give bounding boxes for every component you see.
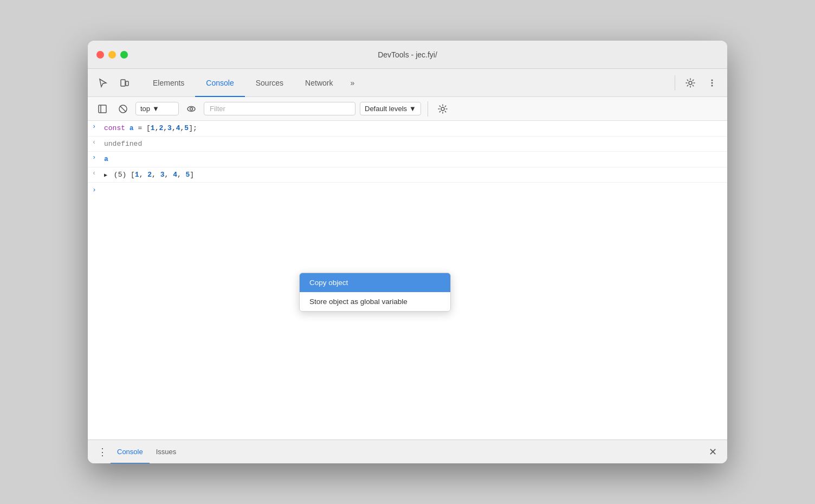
console-settings-button[interactable] bbox=[435, 101, 451, 117]
tab-bar: Elements Console Sources Network » bbox=[88, 69, 727, 97]
line-content-1: const a = [1,2,3,4,5]; bbox=[104, 123, 197, 134]
prompt-caret: › bbox=[92, 186, 96, 194]
line-content-3: a bbox=[104, 154, 108, 165]
eye-icon bbox=[186, 104, 196, 114]
line-arrow-1: › bbox=[92, 123, 100, 131]
tab-divider bbox=[675, 75, 675, 91]
device-toggle-button[interactable] bbox=[116, 74, 133, 92]
window-title: DevTools - jec.fyi/ bbox=[378, 50, 437, 59]
gear-icon bbox=[685, 78, 695, 88]
tab-network[interactable]: Network bbox=[294, 69, 344, 97]
dots-vertical-icon bbox=[707, 78, 717, 88]
line-arrow-2: ‹ bbox=[92, 139, 100, 146]
bottom-bar: ⋮ Console Issues ✕ bbox=[88, 440, 727, 463]
svg-point-4 bbox=[711, 82, 713, 83]
svg-rect-1 bbox=[126, 81, 128, 86]
line-content-2: undefined bbox=[104, 139, 142, 150]
svg-point-3 bbox=[711, 79, 713, 81]
eye-button[interactable] bbox=[183, 101, 199, 117]
svg-rect-6 bbox=[99, 105, 106, 113]
tab-elements[interactable]: Elements bbox=[142, 69, 195, 97]
close-button[interactable] bbox=[96, 51, 104, 59]
console-prompt: › bbox=[88, 183, 727, 197]
tab-console[interactable]: Console bbox=[195, 69, 244, 97]
clear-console-button[interactable] bbox=[115, 101, 131, 117]
more-options-button[interactable] bbox=[703, 74, 721, 92]
svg-point-12 bbox=[441, 107, 444, 111]
bottom-tab-console[interactable]: Console bbox=[111, 440, 150, 464]
svg-rect-0 bbox=[121, 80, 125, 86]
tab-icons bbox=[94, 74, 133, 92]
console-line-4: ‹ ▶ (5) [1, 2, 3, 4, 5] bbox=[88, 167, 727, 183]
context-menu-store-global[interactable]: Store object as global variable bbox=[300, 292, 450, 311]
line-arrow-3: › bbox=[92, 154, 100, 161]
block-icon bbox=[118, 104, 128, 114]
console-output: › const a = [1,2,3,4,5]; ‹ undefined › a… bbox=[88, 121, 727, 440]
inspect-element-button[interactable] bbox=[94, 74, 112, 92]
bottom-close-button[interactable]: ✕ bbox=[704, 444, 721, 460]
console-line-1: › const a = [1,2,3,4,5]; bbox=[88, 121, 727, 137]
toolbar-divider bbox=[428, 101, 428, 117]
line-content-4: ▶ (5) [1, 2, 3, 4, 5] bbox=[104, 170, 194, 180]
traffic-lights bbox=[96, 51, 128, 59]
bottom-tab-issues[interactable]: Issues bbox=[150, 440, 183, 464]
sidebar-icon bbox=[98, 104, 107, 114]
sidebar-toggle-button[interactable] bbox=[94, 101, 111, 117]
cursor-icon bbox=[98, 78, 108, 88]
filter-input[interactable]: Filter bbox=[204, 102, 355, 115]
svg-point-5 bbox=[711, 85, 713, 86]
log-levels-selector[interactable]: Default levels ▼ bbox=[360, 102, 421, 115]
minimize-button[interactable] bbox=[108, 51, 116, 59]
tab-more-button[interactable]: » bbox=[344, 69, 361, 97]
settings-gear-icon bbox=[438, 104, 448, 114]
settings-button[interactable] bbox=[682, 74, 699, 92]
console-line-3: › a bbox=[88, 152, 727, 167]
maximize-button[interactable] bbox=[120, 51, 128, 59]
console-toolbar: top ▼ Filter Default levels ▼ bbox=[88, 97, 727, 121]
svg-point-11 bbox=[190, 107, 193, 110]
devtools-window: DevTools - jec.fyi/ Elements Console Sou bbox=[88, 41, 727, 463]
tab-right-actions bbox=[672, 74, 721, 92]
device-icon bbox=[120, 78, 130, 88]
context-menu-copy-object[interactable]: Copy object bbox=[300, 273, 450, 292]
bottom-more-button[interactable]: ⋮ bbox=[94, 444, 111, 460]
svg-line-9 bbox=[120, 106, 126, 112]
context-menu: Copy object Store object as global varia… bbox=[299, 273, 451, 312]
tab-sources[interactable]: Sources bbox=[245, 69, 294, 97]
title-bar: DevTools - jec.fyi/ bbox=[88, 41, 727, 69]
svg-point-2 bbox=[689, 81, 692, 85]
console-line-2: ‹ undefined bbox=[88, 137, 727, 152]
expand-arrow-4[interactable]: ▶ bbox=[104, 172, 107, 178]
context-selector[interactable]: top ▼ bbox=[135, 102, 179, 115]
line-arrow-4: ‹ bbox=[92, 170, 100, 177]
